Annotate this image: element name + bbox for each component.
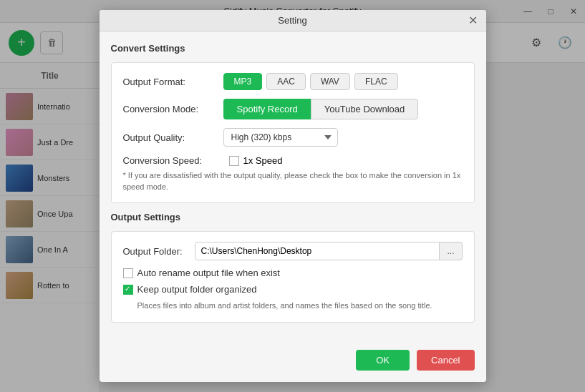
main-content: Title Internatio Just a Dre Monsters Onc… (0, 63, 585, 392)
keep-organized-label: Keep output folder organized (137, 284, 257, 295)
conversion-speed-label: Conversion Speed: (123, 155, 223, 166)
output-settings-title: Output Settings (111, 212, 475, 222)
speed-checkbox-row[interactable]: 1x Speed (229, 155, 283, 166)
app-container: Sidify Music Converter for Spotify — □ ✕… (0, 0, 585, 392)
convert-settings-box: Output Format: MP3 AAC WAV FLAC Conversi… (111, 62, 475, 203)
auto-rename-row[interactable]: Auto rename output file when exist (123, 268, 463, 278)
keep-organized-note: Places files into album and artist folde… (137, 300, 463, 311)
dialog-overlay: Setting ✕ Convert Settings Output Format… (0, 0, 585, 392)
cancel-button[interactable]: Cancel (417, 350, 474, 371)
output-quality-row: Output Quality: High (320) kbps Medium (… (123, 128, 463, 147)
conversion-mode-label: Conversion Mode: (123, 104, 223, 114)
folder-path-input[interactable] (195, 242, 440, 260)
format-mp3-button[interactable]: MP3 (223, 73, 263, 90)
output-settings-box: Output Folder: ... Auto rename output fi… (111, 231, 475, 322)
settings-dialog: Setting ✕ Convert Settings Output Format… (100, 10, 486, 381)
dialog-body: Convert Settings Output Format: MP3 AAC … (100, 31, 486, 342)
ok-button[interactable]: OK (356, 350, 410, 371)
dialog-title: Setting (278, 15, 306, 26)
conversion-mode-row: Conversion Mode: Spotify Record YouTube … (123, 99, 463, 119)
conversion-speed-row: Conversion Speed: 1x Speed * If you are … (123, 155, 463, 192)
speed-note: * If you are dissatisfied with the outpu… (123, 170, 463, 192)
auto-rename-label: Auto rename output file when exist (137, 268, 280, 278)
dialog-titlebar: Setting ✕ (100, 10, 486, 31)
format-buttons: MP3 AAC WAV FLAC (223, 73, 398, 90)
dialog-close-button[interactable]: ✕ (466, 14, 480, 28)
speed-checkbox[interactable] (229, 156, 239, 166)
output-folder-row: Output Folder: ... (123, 242, 463, 260)
speed-checkbox-label: 1x Speed (243, 155, 283, 166)
dialog-footer: OK Cancel (100, 343, 486, 382)
auto-rename-checkbox[interactable] (123, 268, 133, 278)
convert-settings-title: Convert Settings (111, 43, 475, 54)
keep-organized-checkbox[interactable] (123, 285, 133, 295)
output-folder-label: Output Folder: (123, 246, 195, 257)
mode-youtube-button[interactable]: YouTube Download (311, 99, 419, 119)
format-wav-button[interactable]: WAV (310, 73, 350, 90)
format-aac-button[interactable]: AAC (266, 73, 306, 90)
output-format-row: Output Format: MP3 AAC WAV FLAC (123, 73, 463, 90)
output-format-label: Output Format: (123, 77, 223, 87)
mode-buttons: Spotify Record YouTube Download (223, 99, 419, 119)
keep-organized-row[interactable]: Keep output folder organized (123, 284, 463, 295)
format-flac-button[interactable]: FLAC (354, 73, 398, 90)
quality-select[interactable]: High (320) kbps Medium (256) kbps Low (1… (223, 128, 338, 147)
mode-spotify-button[interactable]: Spotify Record (223, 99, 311, 119)
folder-browse-button[interactable]: ... (440, 242, 462, 260)
output-quality-label: Output Quality: (123, 132, 223, 143)
